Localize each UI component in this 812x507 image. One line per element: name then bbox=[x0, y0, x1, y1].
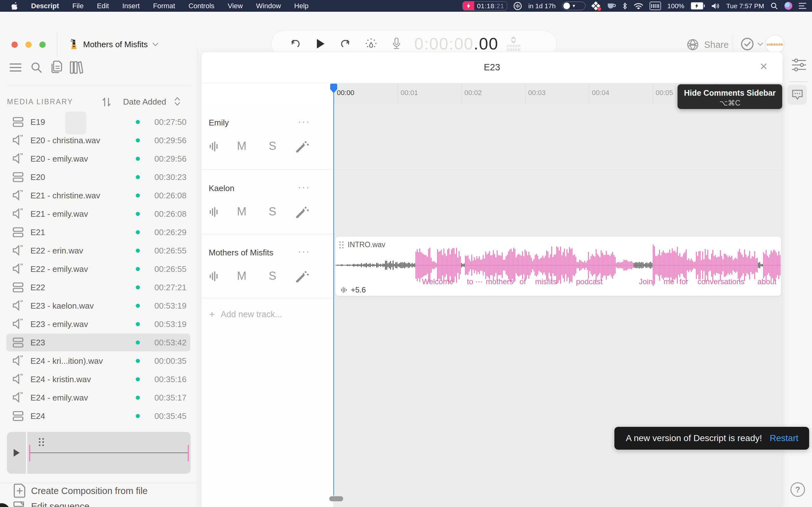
transcript-word[interactable]: for bbox=[679, 277, 688, 286]
media-item-e22[interactable]: E2200:27:21 bbox=[0, 278, 197, 297]
media-item-e22-emily-wav[interactable]: ”E22 - emily.wav00:26:55 bbox=[0, 260, 197, 278]
transcript-word[interactable]: mothers bbox=[486, 277, 513, 286]
track-header-kaelon[interactable]: Kaelon···MS bbox=[201, 170, 334, 235]
track-mute-button[interactable]: M bbox=[237, 269, 247, 283]
wifi-icon[interactable] bbox=[634, 3, 643, 9]
restart-button[interactable]: Restart bbox=[770, 433, 798, 443]
transcript-word[interactable]: ⋯ bbox=[475, 277, 483, 286]
track-more-button[interactable]: ··· bbox=[298, 246, 310, 257]
media-item-e24-emily-wav[interactable]: ”E24 - emily.wav00:35:17 bbox=[0, 389, 197, 407]
track-levels-icon[interactable] bbox=[209, 141, 218, 152]
transcript-word[interactable]: Welcome bbox=[422, 277, 454, 286]
bluetooth-icon[interactable] bbox=[622, 2, 627, 10]
mini-player[interactable] bbox=[7, 432, 191, 474]
menu-item-view[interactable]: View bbox=[228, 2, 243, 10]
volume-icon[interactable] bbox=[711, 2, 720, 10]
media-item-e20[interactable]: E2000:30:23 bbox=[0, 168, 197, 186]
account-avatar[interactable]: sidekickk bbox=[766, 35, 784, 54]
media-item-e19[interactable]: E1900:27:50 bbox=[0, 113, 197, 131]
track-header-emily[interactable]: Emily···MS bbox=[201, 104, 334, 170]
playhead-line[interactable] bbox=[334, 83, 334, 496]
mini-play-button[interactable] bbox=[7, 432, 26, 474]
documents-icon[interactable] bbox=[51, 60, 64, 74]
track-mute-button[interactable]: M bbox=[237, 139, 247, 153]
track-solo-button[interactable]: S bbox=[269, 269, 276, 283]
menu-item-file[interactable]: File bbox=[72, 2, 84, 10]
menu-list-icon[interactable] bbox=[799, 3, 806, 9]
create-composition-button[interactable]: Create Composition from file bbox=[0, 484, 197, 498]
track-solo-button[interactable]: S bbox=[269, 139, 276, 153]
focus-app-icon[interactable] bbox=[513, 2, 522, 10]
project-switcher[interactable]: Mothers of Misfits bbox=[69, 39, 159, 50]
sort-field-dropdown[interactable]: Date Added bbox=[123, 97, 166, 107]
media-item-e21-emily-wav[interactable]: ”E21 - emily.wav00:26:08 bbox=[0, 205, 197, 223]
media-item-e22-erin-wav[interactable]: ”E22 - erin.wav00:26:55 bbox=[0, 241, 197, 260]
menu-clock[interactable]: Tue 7:57 PM bbox=[726, 2, 764, 10]
audio-clip-intro-wav[interactable]: INTRO.wav Welcometo⋯mothersofmisfitspodc… bbox=[335, 236, 781, 296]
menu-item-window[interactable]: Window bbox=[256, 2, 281, 10]
apple-menu-icon[interactable] bbox=[11, 2, 18, 10]
menu-item-edit[interactable]: Edit bbox=[97, 2, 109, 10]
track-more-button[interactable]: ··· bbox=[298, 181, 310, 192]
app-notification-icon[interactable] bbox=[592, 2, 600, 10]
menu-item-help[interactable]: Help bbox=[294, 2, 309, 10]
zoom-window-button[interactable] bbox=[39, 42, 46, 48]
hamburger-menu-icon[interactable] bbox=[9, 63, 21, 72]
comments-icon[interactable] bbox=[792, 89, 803, 101]
media-item-e24-kri-ition-wav[interactable]: ”E24 - kri...ition).wav00:00:35 bbox=[0, 352, 197, 370]
sort-direction-icon[interactable] bbox=[100, 96, 113, 108]
track-effects-wand-icon[interactable] bbox=[295, 139, 309, 153]
media-item-e20-emily-wav[interactable]: ”E20 - emily.wav00:29:56 bbox=[0, 150, 197, 168]
play-button[interactable] bbox=[308, 38, 333, 49]
track-effects-wand-icon[interactable] bbox=[295, 205, 309, 219]
publish-status-button[interactable] bbox=[740, 37, 763, 51]
keyboard-widget-icon[interactable] bbox=[650, 2, 661, 10]
transcript-word[interactable]: podcast bbox=[576, 277, 603, 286]
scrub-handle-2[interactable] bbox=[507, 49, 520, 51]
track-effects-wand-icon[interactable] bbox=[295, 269, 309, 283]
timecode-stepper[interactable] bbox=[507, 37, 520, 51]
transcript-word[interactable]: conversations bbox=[698, 277, 745, 286]
transcript-word[interactable]: misfits bbox=[535, 277, 557, 286]
timer-badge[interactable]: 01:18:21 bbox=[462, 1, 507, 10]
media-item-e21[interactable]: E2100:26:29 bbox=[0, 223, 197, 241]
add-new-track-button[interactable]: + Add new track... bbox=[209, 309, 282, 320]
media-item-e20-christina-wav[interactable]: ”E20 - christina.wav00:29:56 bbox=[0, 131, 197, 150]
menu-app-name[interactable]: Descript bbox=[31, 2, 59, 10]
toggle-menu-icon[interactable]: ▼ bbox=[562, 2, 586, 10]
focus-time-label[interactable]: in 1d 17h bbox=[528, 2, 555, 10]
horizontal-scrollbar-thumb[interactable] bbox=[329, 496, 343, 501]
sort-updown-icon[interactable] bbox=[174, 96, 181, 107]
track-levels-icon[interactable] bbox=[209, 206, 218, 218]
skip-back-button[interactable] bbox=[282, 38, 308, 50]
drag-handle-icon[interactable] bbox=[38, 438, 45, 447]
close-icon[interactable]: ✕ bbox=[759, 61, 768, 72]
edit-sequence-button[interactable]: Edit sequence bbox=[0, 501, 197, 507]
transcript-word[interactable]: me bbox=[664, 277, 674, 286]
media-item-e23-emily-wav[interactable]: ”E23 - emily.wav00:53:19 bbox=[0, 315, 197, 333]
scrub-handle[interactable] bbox=[507, 45, 520, 47]
media-item-e21-christine-wav[interactable]: ”E21 - christine.wav00:26:08 bbox=[0, 186, 197, 205]
media-library-icon[interactable] bbox=[69, 60, 83, 74]
share-button[interactable]: Share bbox=[687, 38, 728, 51]
microphone-button[interactable] bbox=[384, 38, 409, 50]
transcript-word[interactable]: to bbox=[467, 277, 473, 286]
menu-item-format[interactable]: Format bbox=[153, 2, 175, 10]
help-button[interactable]: ? bbox=[791, 482, 805, 497]
track-more-button[interactable]: ··· bbox=[298, 116, 310, 127]
media-item-e24[interactable]: E2400:35:45 bbox=[0, 407, 197, 425]
transcript-word[interactable]: about bbox=[757, 277, 776, 286]
record-button[interactable] bbox=[358, 38, 384, 50]
media-item-e23-kaelon-wav[interactable]: ”E23 - kaelon.wav00:53:19 bbox=[0, 297, 197, 315]
siri-icon[interactable] bbox=[784, 2, 792, 10]
track-mute-button[interactable]: M bbox=[237, 205, 247, 218]
track-header-mothers-of-misfits[interactable]: Mothers of Misfits···MS bbox=[201, 234, 334, 299]
close-window-button[interactable] bbox=[11, 42, 18, 48]
search-icon[interactable] bbox=[31, 61, 43, 73]
menu-item-controls[interactable]: Controls bbox=[189, 2, 214, 10]
track-solo-button[interactable]: S bbox=[269, 205, 276, 218]
spotlight-search-icon[interactable] bbox=[770, 2, 778, 10]
media-item-e24-kristin-wav[interactable]: ”E24 - kristin.wav00:35:16 bbox=[0, 370, 197, 389]
properties-sliders-icon[interactable] bbox=[792, 58, 806, 72]
transcript-word[interactable]: of bbox=[519, 277, 526, 286]
